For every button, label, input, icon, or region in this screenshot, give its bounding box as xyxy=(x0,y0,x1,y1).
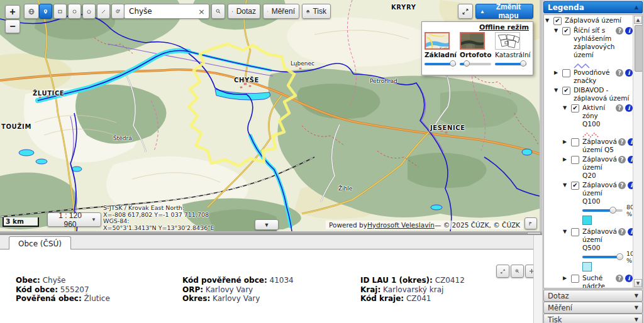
zoom-in-button[interactable]: + xyxy=(5,5,20,19)
panel-header-label: Dotaz xyxy=(548,292,569,300)
globe-home-button[interactable] xyxy=(24,4,39,19)
layer-thumbnail-zakladni[interactable]: Karlín xyxy=(425,32,450,50)
opacity-slider[interactable]: 100 % xyxy=(582,253,633,261)
help-icon[interactable]: ? xyxy=(618,182,626,189)
expand-icon[interactable]: ▼ xyxy=(635,317,638,322)
expand-node-icon[interactable]: ▶ xyxy=(554,70,562,75)
info-field: ORP: Karlovy Vary xyxy=(182,285,294,295)
info-icon[interactable]: i xyxy=(625,69,633,77)
info-icon[interactable]: i xyxy=(625,275,633,282)
attribution-prefix: Powered by xyxy=(329,221,367,229)
collapse-icon[interactable]: ▲ xyxy=(635,4,638,10)
info-icon[interactable]: i xyxy=(625,104,633,112)
map-region[interactable]: KRYRYTOUŽIMŽLUTICECHYŠEJESENICELubenecPe… xyxy=(0,0,540,231)
magnifier-plus-icon xyxy=(515,267,519,275)
info-icon[interactable]: i xyxy=(625,27,633,35)
scrollbar-thumb[interactable] xyxy=(635,25,643,72)
layer-checkbox[interactable] xyxy=(571,138,579,146)
add-geometry-button[interactable] xyxy=(111,4,125,19)
expand-node-icon[interactable]: ▶ xyxy=(563,275,570,281)
help-icon[interactable]: ? xyxy=(616,69,623,77)
help-icon[interactable]: ? xyxy=(618,156,626,163)
expand-icon[interactable]: ▼ xyxy=(635,305,638,310)
point-select-tool-button[interactable] xyxy=(39,4,52,19)
query-button[interactable]: Dotaz xyxy=(228,4,260,19)
expand-node-icon[interactable]: ▶ xyxy=(563,139,570,145)
search-clear-icon[interactable]: × xyxy=(194,7,209,16)
layer-checkbox[interactable]: ✔ xyxy=(562,27,570,35)
legend-scrollbar[interactable]: ▲ ▼ xyxy=(633,15,642,288)
fullscreen-button[interactable] xyxy=(458,4,473,19)
expand-node-icon[interactable]: ▶ xyxy=(563,156,570,162)
collapse-node-icon[interactable]: ▼ xyxy=(554,87,562,93)
help-icon[interactable]: ? xyxy=(616,27,623,35)
info-field: Kraj: Karlovarský kraj xyxy=(360,285,465,295)
collapse-node-icon[interactable]: ▼ xyxy=(563,182,570,188)
layer-checkbox[interactable]: ✔ xyxy=(562,87,570,95)
polygon-select-tool-button[interactable] xyxy=(82,4,96,19)
info-field: ID LAU 1 (okres): CZ0412 xyxy=(360,276,465,285)
line-select-tool-button[interactable] xyxy=(97,4,110,19)
help-icon[interactable]: ? xyxy=(616,104,623,112)
layer-opacity-slider-ortofoto[interactable] xyxy=(460,60,491,67)
opacity-slider[interactable]: 80 % xyxy=(582,207,633,214)
attribution-link[interactable]: Hydrosoft Veleslavín xyxy=(367,221,435,229)
collapse-node-icon[interactable]: ▼ xyxy=(545,18,553,23)
info-field-value: Karlovy Vary xyxy=(203,285,253,294)
layer-option-ortofoto[interactable]: Ortofoto xyxy=(460,32,494,67)
expand-arrows-icon xyxy=(501,268,505,275)
layer-option-katastralni[interactable]: Katastrální xyxy=(495,32,529,67)
scroll-up-icon[interactable]: ▲ xyxy=(634,16,642,24)
expand-icon[interactable]: ▼ xyxy=(635,293,638,298)
sidebar: Legenda ▲ ▼✔Záplavová území▼✔Říční síť s… xyxy=(542,0,644,323)
layer-checkbox[interactable] xyxy=(571,275,579,283)
panel-header-mereni[interactable]: Měření▼ xyxy=(543,302,643,314)
print-button[interactable]: Tisk xyxy=(302,4,331,19)
layer-thumbnail-katastralni[interactable] xyxy=(495,32,520,50)
info-zoom-to-button[interactable] xyxy=(511,265,524,278)
offline-mode-link[interactable]: Offline režim xyxy=(479,23,529,31)
panel-header-dotaz[interactable]: Dotaz▼ xyxy=(543,290,643,302)
help-icon[interactable]: ? xyxy=(618,228,626,236)
rectangle-select-tool-button[interactable] xyxy=(53,4,67,19)
layer-opacity-slider-katastralni[interactable] xyxy=(495,60,526,67)
search-button[interactable] xyxy=(211,4,225,19)
globe-icon xyxy=(28,7,35,16)
layer-opacity-slider-zakladni[interactable] xyxy=(425,60,456,67)
change-map-button[interactable]: ▲ Změnit mapu xyxy=(475,4,533,19)
layer-checkbox[interactable]: ✔ xyxy=(571,104,579,112)
info-column: Kód pověřené obce: 41034ORP: Karlovy Var… xyxy=(182,276,294,304)
scroll-down-icon[interactable]: ▼ xyxy=(634,279,642,287)
info-field: Obec: Chyše xyxy=(16,276,110,285)
legend-item: ▼✔Říční síť s vyhlášením záplavových úze… xyxy=(544,26,633,68)
legend-panel-header[interactable]: Legenda ▲ xyxy=(543,1,643,13)
layer-checkbox[interactable] xyxy=(562,69,570,77)
collapse-node-icon[interactable]: ▼ xyxy=(563,105,570,111)
scale-select[interactable]: 1 : 120 960 ▼ xyxy=(47,212,101,227)
zoom-out-button[interactable]: − xyxy=(5,19,20,33)
help-icon[interactable]: ? xyxy=(618,138,626,146)
info-field-label: Kód kraje: xyxy=(360,294,404,303)
collapse-node-icon[interactable]: ▼ xyxy=(554,28,562,33)
collapse-bottom-panel-button[interactable]: ▼ xyxy=(255,219,279,230)
tab-obce-csu[interactable]: Obce (ČSÚ) xyxy=(9,236,71,251)
layer-thumbnail-ortofoto[interactable] xyxy=(460,32,485,50)
info-panel-scrollbar[interactable] xyxy=(533,235,542,323)
tab-strip: Obce (ČSÚ) xyxy=(0,235,542,249)
search-input[interactable] xyxy=(125,7,194,16)
splitter-grip[interactable] xyxy=(527,232,541,234)
panel-header-tisk[interactable]: Tisk▼ xyxy=(543,314,643,323)
info-field-value: 555207 xyxy=(58,285,89,294)
layer-checkbox[interactable] xyxy=(571,156,579,164)
info-expand-button[interactable] xyxy=(496,265,509,278)
help-icon[interactable]: ? xyxy=(616,275,623,282)
measure-button[interactable]: Měření xyxy=(263,4,299,19)
layer-checkbox[interactable] xyxy=(571,228,579,236)
legend-item: ▼Záplavová území Q500?i100 % xyxy=(544,227,633,274)
layer-checkbox[interactable]: ✔ xyxy=(553,17,562,25)
layer-checkbox[interactable]: ✔ xyxy=(571,182,579,190)
circle-select-tool-button[interactable] xyxy=(68,4,81,19)
layer-option-zakladni[interactable]: Karlín Základní xyxy=(425,32,458,67)
collapse-node-icon[interactable]: ▼ xyxy=(563,229,570,234)
map-corner-flag-button[interactable] xyxy=(525,217,537,229)
